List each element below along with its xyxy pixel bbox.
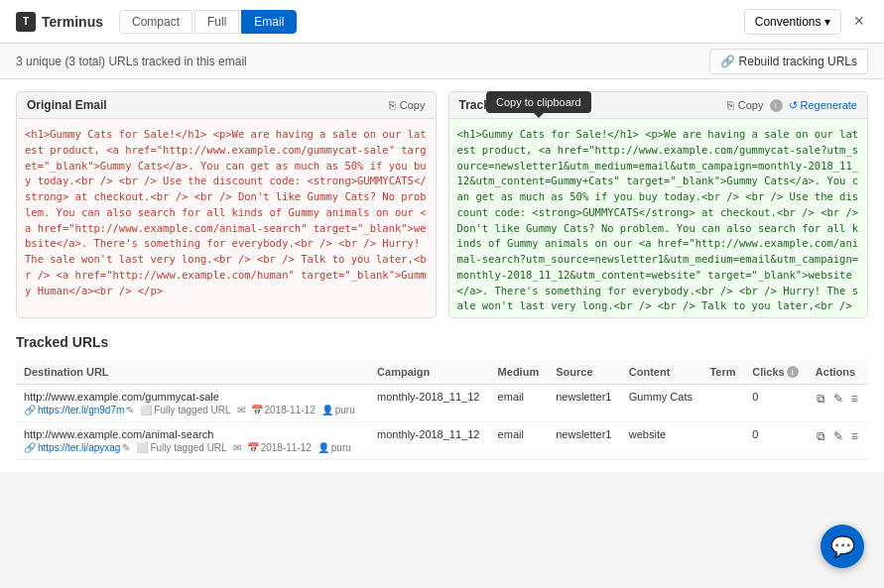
row1-actions: ⧉ ✎ ≡ — [808, 385, 868, 422]
link-icon-sm2: 🔗 — [24, 442, 36, 453]
clicks-info-icon: i — [787, 366, 799, 378]
row2-email-icon: ✉ — [233, 442, 241, 453]
row2-menu-action[interactable]: ≡ — [850, 428, 859, 444]
col-clicks: Clicks i — [744, 360, 808, 385]
tracked-email-panel: Tracked Email ⎘ Copy i ↺ Regenerate <h1>… — [448, 91, 869, 318]
row2-copy-action[interactable]: ⧉ — [816, 428, 826, 444]
tracked-email-content: <h1>Gummy Cats for Sale!</h1> <p>We are … — [449, 119, 868, 317]
app-logo: T Terminus — [16, 12, 103, 32]
row2-url-meta: 🔗 https://ter.li/apyxag ✎ ⬜ Fully tagged… — [24, 442, 361, 453]
col-destination: Destination URL — [16, 360, 369, 385]
tab-compact[interactable]: Compact — [119, 10, 192, 34]
table-row: http://www.example.com/gummycat-sale 🔗 h… — [16, 385, 868, 422]
col-term: Term — [701, 360, 744, 385]
conventions-label: Conventions — [755, 15, 821, 29]
row2-user: 👤 puru — [317, 442, 351, 453]
col-content: Content — [621, 360, 702, 385]
calendar-icon-1: 📅 — [251, 405, 263, 415]
table-row: http://www.example.com/animal-search 🔗 h… — [16, 422, 868, 460]
envelope-icon-2: ✉ — [233, 442, 241, 453]
chevron-down-icon: ▾ — [824, 15, 830, 29]
col-medium: Medium — [490, 360, 549, 385]
regenerate-button[interactable]: ↺ Regenerate — [789, 99, 858, 112]
close-button[interactable]: × — [849, 7, 868, 36]
row2-date: 📅 2018-11-12 — [247, 442, 312, 453]
row1-email-icon: ✉ — [237, 405, 245, 415]
conventions-button[interactable]: Conventions ▾ — [744, 9, 842, 35]
tag-icon-2: ⬜ — [136, 442, 148, 453]
row1-source: newsletter1 — [548, 385, 621, 422]
envelope-icon-1: ✉ — [237, 405, 245, 415]
logo-text: Terminus — [42, 14, 103, 30]
table-header-row: Destination URL Campaign Medium Source C… — [16, 360, 868, 385]
regenerate-icon: ↺ — [789, 99, 798, 112]
app-header: T Terminus Compact Full Email Convention… — [0, 0, 884, 44]
row2-medium: email — [490, 422, 549, 460]
urls-table: Destination URL Campaign Medium Source C… — [16, 360, 868, 460]
table-head: Destination URL Campaign Medium Source C… — [16, 360, 868, 385]
row1-content: Gummy Cats — [621, 385, 702, 422]
original-panel-header: Original Email ⎘ Copy — [17, 92, 436, 119]
tracked-copy-button[interactable]: ⎘ Copy — [727, 99, 764, 111]
tracked-content-text: <h1>Gummy Cats for Sale!</h1> <p>We are … — [457, 128, 859, 317]
tag-icon-1: ⬜ — [140, 405, 152, 415]
col-campaign: Campaign — [369, 360, 490, 385]
row1-menu-action[interactable]: ≡ — [850, 391, 859, 407]
row1-short-url: 🔗 https://ter.li/gn9d7m ✎ — [24, 405, 134, 415]
row2-campaign: monthly-2018_11_12 — [369, 422, 490, 460]
row2-actions-cell: ⧉ ✎ ≡ — [816, 428, 860, 444]
regenerate-label: Regenerate — [801, 99, 858, 111]
row1-destination-url: http://www.example.com/gummycat-sale — [24, 391, 361, 403]
row2-destination-url: http://www.example.com/animal-search — [24, 428, 361, 440]
original-email-content: <h1>Gummy Cats for Sale!</h1> <p>We are … — [17, 119, 436, 317]
original-panel-title: Original Email — [27, 98, 107, 112]
header-left: T Terminus Compact Full Email — [16, 10, 297, 34]
tracked-panel-header-right: ⎘ Copy i ↺ Regenerate — [727, 99, 857, 112]
rebuild-label: Rebuild tracking URLs — [739, 55, 857, 68]
row2-actions: ⧉ ✎ ≡ — [808, 422, 868, 460]
col-source: Source — [548, 360, 621, 385]
row2-fully-tagged: ⬜ Fully tagged URL — [136, 442, 226, 453]
row1-campaign: monthly-2018_11_12 — [369, 385, 490, 422]
row2-short-url: 🔗 https://ter.li/apyxag ✎ — [24, 442, 130, 453]
original-copy-button[interactable]: ⎘ Copy — [389, 99, 426, 111]
row1-medium: email — [490, 385, 549, 422]
edit-icon-2[interactable]: ✎ — [122, 442, 130, 453]
view-tabs: Compact Full Email — [119, 10, 297, 34]
tracked-copy-label: Copy — [738, 99, 764, 111]
edit-icon-1[interactable]: ✎ — [126, 405, 134, 415]
user-icon-2: 👤 — [317, 442, 329, 453]
table-body: http://www.example.com/gummycat-sale 🔗 h… — [16, 385, 868, 460]
row1-term — [701, 385, 744, 422]
header-right: Conventions ▾ × — [744, 7, 868, 36]
row1-copy-action[interactable]: ⧉ — [816, 391, 826, 407]
row2-source: newsletter1 — [548, 422, 621, 460]
copy-tooltip: Copy to clipboard — [486, 91, 591, 113]
row2-term — [701, 422, 744, 460]
row2-content: website — [621, 422, 702, 460]
main-content: Original Email ⎘ Copy <h1>Gummy Cats for… — [0, 79, 884, 472]
row1-edit-action[interactable]: ✎ — [832, 391, 844, 407]
row1-url-meta: 🔗 https://ter.li/gn9d7m ✎ ⬜ Fully tagged… — [24, 405, 361, 415]
col-actions: Actions — [808, 360, 868, 385]
tab-email[interactable]: Email — [241, 10, 297, 34]
row2-clicks: 0 — [744, 422, 808, 460]
tracked-urls-title: Tracked URLs — [16, 334, 868, 350]
original-content-text: <h1>Gummy Cats for Sale!</h1> <p>We are … — [25, 128, 427, 296]
tab-full[interactable]: Full — [194, 10, 239, 34]
rebuild-button[interactable]: 🔗 Rebuild tracking URLs — [709, 49, 868, 74]
row1-clicks: 0 — [744, 385, 808, 422]
link-icon: 🔗 — [720, 55, 735, 68]
original-copy-label: Copy — [400, 99, 426, 111]
copy-icon: ⎘ — [389, 99, 396, 111]
tracked-urls-section: Tracked URLs Destination URL Campaign Me… — [16, 334, 868, 460]
row1-user: 👤 puru — [321, 405, 355, 415]
row1-actions-cell: ⧉ ✎ ≡ — [816, 391, 860, 407]
row2-edit-action[interactable]: ✎ — [832, 428, 844, 444]
row1-destination-cell: http://www.example.com/gummycat-sale 🔗 h… — [16, 385, 369, 422]
logo-icon: T — [16, 12, 36, 32]
row1-fully-tagged: ⬜ Fully tagged URL — [140, 405, 230, 415]
row2-destination-cell: http://www.example.com/animal-search 🔗 h… — [16, 422, 369, 460]
row1-date: 📅 2018-11-12 — [251, 405, 316, 415]
sub-header: 3 unique (3 total) URLs tracked in this … — [0, 44, 884, 79]
